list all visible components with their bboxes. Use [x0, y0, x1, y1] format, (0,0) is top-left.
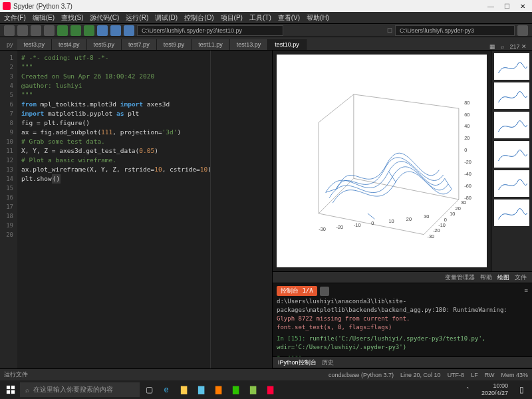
- code-line[interactable]: ax = fig.add_subplot(111, projection='3d…: [21, 128, 268, 137]
- code-line[interactable]: from mpl_toolkits.mplot3d import axes3d: [21, 100, 268, 109]
- plot-tab[interactable]: 文件: [515, 273, 527, 282]
- code-line[interactable]: import matplotlib.pyplot as plt: [21, 109, 268, 118]
- tabs-prefix: py: [3, 39, 17, 50]
- status-chip: conda:base (Python 3.7): [329, 372, 394, 378]
- photos-icon[interactable]: ▇: [210, 382, 226, 398]
- line-nav[interactable]: 217 ✕: [509, 43, 527, 50]
- code-line[interactable]: # -*- coding: utf-8 -*-: [21, 53, 268, 63]
- console-tab[interactable]: 控制台 1/A: [277, 286, 317, 296]
- start-button[interactable]: [3, 382, 19, 398]
- menu-item[interactable]: 查看(V): [278, 13, 300, 23]
- code-line[interactable]: # Grab some test data.: [21, 137, 268, 146]
- menu-item[interactable]: 控制台(O): [184, 13, 213, 23]
- code-line[interactable]: Created on Sun Apr 26 18:00:42 2020: [21, 72, 268, 81]
- status-chip: LF: [471, 372, 478, 378]
- browse-icon[interactable]: ▦: [489, 43, 495, 50]
- debug-icon[interactable]: [97, 25, 108, 36]
- menu-item[interactable]: 编辑(E): [33, 13, 55, 23]
- code-line[interactable]: fig = plt.figure(): [21, 118, 268, 128]
- status-chip: UTF-8: [448, 372, 465, 378]
- svg-rect-32: [11, 390, 15, 394]
- plot-thumbnail[interactable]: [494, 170, 529, 197]
- plot-thumbnail[interactable]: [494, 141, 529, 168]
- console-tab-ipython[interactable]: IPython控制台: [278, 358, 317, 367]
- step-icon[interactable]: [110, 25, 121, 36]
- run-icon[interactable]: [57, 25, 68, 36]
- edge-icon[interactable]: e: [158, 382, 174, 398]
- notifications-icon[interactable]: ▯: [513, 382, 529, 398]
- menu-item[interactable]: 项目(P): [221, 13, 243, 23]
- console-tabs: IPython控制台 历史: [273, 356, 532, 368]
- code-line[interactable]: ax.plot_wireframe(X, Y, Z, rstride=10, c…: [21, 165, 268, 174]
- plot-tab[interactable]: 变量管理器: [445, 273, 475, 282]
- run-selection-icon[interactable]: [84, 25, 94, 36]
- code-line[interactable]: @author: lushiyi: [21, 81, 268, 90]
- console-menu-icon[interactable]: ≡: [525, 287, 528, 295]
- func-nav-icon[interactable]: ⌕: [501, 43, 504, 50]
- plot-canvas[interactable]: -80-60-40-20020406080 -30-20-100102030 -…: [277, 55, 487, 267]
- editor-tab[interactable]: test5.py: [87, 39, 122, 50]
- spyder-task-icon[interactable]: ▇: [262, 382, 278, 398]
- svg-text:80: 80: [464, 100, 469, 106]
- svg-text:-40: -40: [464, 171, 471, 177]
- editor-tab[interactable]: test11.py: [192, 39, 230, 50]
- run-cell-icon[interactable]: [70, 25, 81, 36]
- editor-tab[interactable]: test7.py: [122, 39, 157, 50]
- editor-tab[interactable]: test4.py: [52, 39, 87, 50]
- code-line[interactable]: # Plot a basic wireframe.: [21, 156, 268, 165]
- wechat-icon[interactable]: ▇: [227, 382, 243, 398]
- step-over-icon[interactable]: [124, 25, 134, 36]
- browse-dir-icon[interactable]: [517, 25, 528, 36]
- console-tool-icon[interactable]: [320, 287, 329, 296]
- editor-tab[interactable]: test13.py: [230, 39, 269, 50]
- menu-item[interactable]: 源代码(C): [90, 13, 119, 23]
- new-file-icon[interactable]: [4, 25, 15, 36]
- current-file-path: C:\Users\lushiyi\.spyder-py3\test10.py: [137, 25, 283, 36]
- wireframe-plot: -80-60-40-20020406080 -30-20-100102030 -…: [277, 55, 487, 267]
- svg-text:30: 30: [424, 213, 429, 219]
- store-icon[interactable]: ▇: [193, 382, 209, 398]
- code-line[interactable]: """: [21, 63, 268, 72]
- editor-tab[interactable]: test3.py: [17, 39, 53, 50]
- plot-thumbnail[interactable]: [494, 200, 529, 226]
- taskbar-clock[interactable]: 10:00 2020/4/27: [477, 382, 512, 397]
- menu-item[interactable]: 查找(S): [61, 13, 83, 23]
- close-button[interactable]: ✕: [516, 3, 529, 10]
- plot-tab[interactable]: 绘图: [497, 273, 509, 282]
- editor-tab[interactable]: test10.py: [268, 39, 307, 50]
- tray-up-icon[interactable]: ˄: [460, 382, 476, 398]
- code-line[interactable]: X, Y, Z = axes3d.get_test_data(0.05): [21, 146, 268, 156]
- statusbar: 运行文件 conda:base (Python 3.7)Line 20, Col…: [0, 368, 532, 380]
- svg-text:-30: -30: [427, 233, 434, 239]
- menu-item[interactable]: 帮助(H): [307, 13, 329, 23]
- plot-tab[interactable]: 帮助: [480, 273, 492, 282]
- plot-thumbnail[interactable]: [494, 112, 529, 138]
- editor-tab[interactable]: test9.py: [157, 39, 192, 50]
- save-all-icon[interactable]: [44, 25, 55, 36]
- svg-text:-60: -60: [464, 183, 471, 189]
- working-dir-path[interactable]: C:\Users\lushiyi\.spyder-py3: [395, 25, 515, 36]
- menu-item[interactable]: 工具(T): [249, 13, 271, 23]
- explorer-icon[interactable]: ▇: [176, 382, 192, 398]
- task-view-icon[interactable]: ▢: [141, 382, 157, 398]
- code-area[interactable]: # -*- coding: utf-8 -*-"""Created on Sun…: [17, 51, 272, 368]
- svg-text:-30: -30: [319, 226, 326, 232]
- code-editor[interactable]: 1234567891011121314151617181920 # -*- co…: [0, 51, 273, 368]
- code-line[interactable]: plt.show(): [21, 174, 268, 184]
- code-line[interactable]: """: [21, 90, 268, 100]
- ipython-console[interactable]: 控制台 1/A ≡ d:\Users\lushiyi\anaconda3\lib…: [273, 283, 532, 356]
- menu-item[interactable]: 运行(R): [126, 13, 148, 23]
- anaconda-icon[interactable]: ▇: [245, 382, 261, 398]
- save-icon[interactable]: [31, 25, 41, 36]
- minimize-button[interactable]: —: [484, 3, 497, 10]
- open-file-icon[interactable]: [17, 25, 28, 36]
- console-tab-history[interactable]: 历史: [322, 358, 334, 367]
- maximize-button[interactable]: ☐: [500, 3, 513, 10]
- plot-thumbnail[interactable]: [494, 82, 529, 109]
- menu-item[interactable]: 调试(D): [155, 13, 178, 23]
- line-gutter: 1234567891011121314151617181920: [0, 51, 17, 368]
- console-line: Glyph 8722 missing from current font.: [277, 315, 528, 323]
- menu-item[interactable]: 文件(F): [4, 13, 26, 23]
- plot-thumbnail[interactable]: [494, 53, 529, 80]
- taskbar-search[interactable]: ⌕ 在这里输入你要搜索的内容: [20, 382, 140, 397]
